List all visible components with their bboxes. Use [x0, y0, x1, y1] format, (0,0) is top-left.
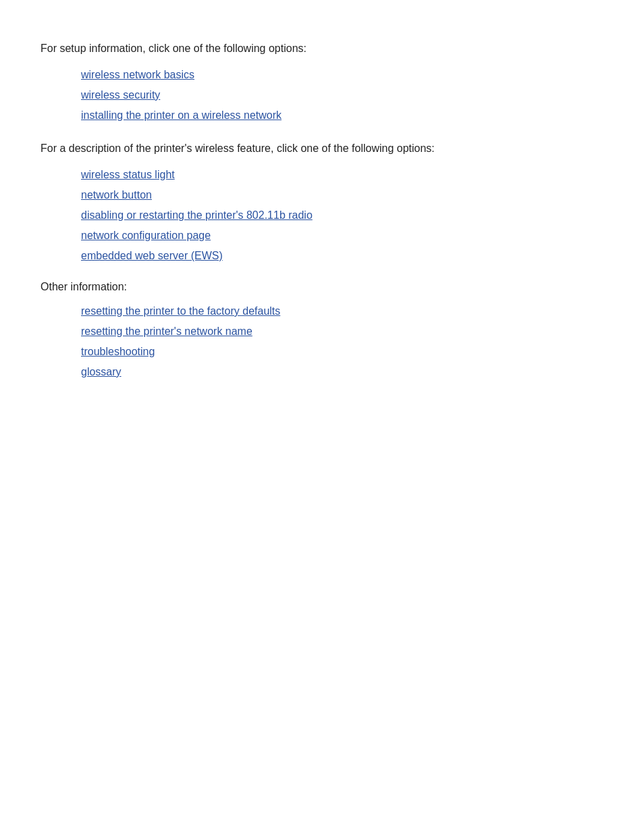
description-intro: For a description of the printer's wirel… [41, 140, 603, 157]
list-item-wireless-status-light: wireless status light [81, 169, 603, 181]
setup-link-list: wireless network basics wireless securit… [81, 69, 603, 122]
link-glossary[interactable]: glossary [81, 366, 122, 377]
description-section: For a description of the printer's wirel… [41, 140, 603, 262]
link-wireless-status-light[interactable]: wireless status light [81, 169, 175, 180]
list-item-resetting-factory-defaults: resetting the printer to the factory def… [81, 305, 603, 317]
list-item-installing-printer: installing the printer on a wireless net… [81, 109, 603, 122]
list-item-wireless-network-basics: wireless network basics [81, 69, 603, 81]
setup-intro: For setup information, click one of the … [41, 41, 603, 57]
other-info-section: Other information: resetting the printer… [41, 281, 603, 378]
list-item-network-configuration-page: network configuration page [81, 230, 603, 242]
list-item-troubleshooting: troubleshooting [81, 346, 603, 358]
link-troubleshooting[interactable]: troubleshooting [81, 346, 155, 357]
link-resetting-network-name[interactable]: resetting the printer's network name [81, 325, 252, 337]
link-resetting-factory-defaults[interactable]: resetting the printer to the factory def… [81, 305, 280, 317]
link-embedded-web-server[interactable]: embedded web server (EWS) [81, 250, 223, 261]
link-wireless-network-basics[interactable]: wireless network basics [81, 69, 194, 80]
link-network-button[interactable]: network button [81, 189, 152, 201]
list-item-disabling-restarting-radio: disabling or restarting the printer's 80… [81, 209, 603, 221]
list-item-glossary: glossary [81, 366, 603, 378]
link-disabling-restarting-radio[interactable]: disabling or restarting the printer's 80… [81, 209, 313, 221]
setup-section: For setup information, click one of the … [41, 41, 603, 122]
list-item-wireless-security: wireless security [81, 89, 603, 101]
page-content: For setup information, click one of the … [41, 41, 603, 378]
description-link-list: wireless status light network button dis… [81, 169, 603, 262]
link-wireless-security[interactable]: wireless security [81, 89, 160, 101]
list-item-resetting-network-name: resetting the printer's network name [81, 325, 603, 338]
other-info-intro: Other information: [41, 281, 603, 293]
other-info-link-list: resetting the printer to the factory def… [81, 305, 603, 378]
list-item-network-button: network button [81, 189, 603, 201]
link-installing-printer[interactable]: installing the printer on a wireless net… [81, 109, 281, 121]
link-network-configuration-page[interactable]: network configuration page [81, 230, 211, 241]
list-item-embedded-web-server: embedded web server (EWS) [81, 250, 603, 262]
